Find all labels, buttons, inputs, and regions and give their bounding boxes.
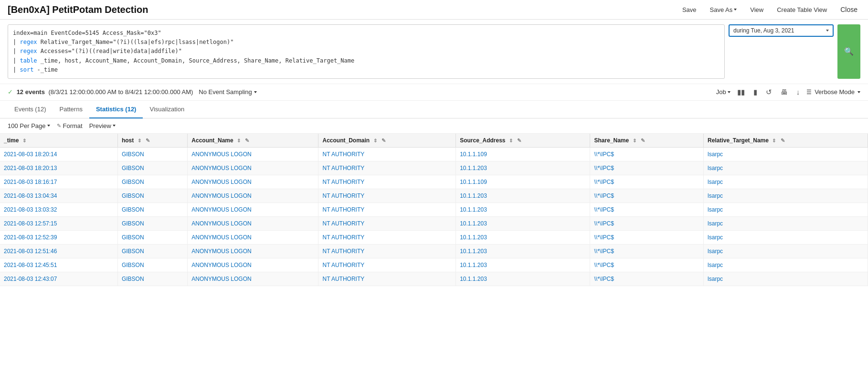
search-button[interactable]: 🔍 xyxy=(837,24,860,79)
job-button[interactable]: Job xyxy=(716,88,730,96)
cell-host[interactable]: GIBSON xyxy=(117,244,187,258)
cell--time[interactable]: 2021-08-03 13:03:32 xyxy=(0,203,117,216)
cell--time[interactable]: 2021-08-03 12:57:15 xyxy=(0,216,117,230)
edit-icon-account-name[interactable]: ✎ xyxy=(245,138,249,144)
cell-source-address[interactable]: 10.1.1.203 xyxy=(456,203,590,216)
cell-host[interactable]: GIBSON xyxy=(117,161,187,175)
cell-share-name[interactable]: \\*\IPC$ xyxy=(590,175,704,189)
cell-host[interactable]: GIBSON xyxy=(117,230,187,244)
cell-account-name[interactable]: ANONYMOUS LOGON xyxy=(188,203,318,216)
tab-events[interactable]: Events (12) xyxy=(8,101,53,118)
cell-relative-target-name[interactable]: lsarpc xyxy=(704,258,868,272)
pause-button[interactable]: ▮▮ xyxy=(735,87,747,97)
export-button[interactable]: ↓ xyxy=(794,87,802,97)
cell-source-address[interactable]: 10.1.1.203 xyxy=(456,272,590,286)
col-header-relative-target-name[interactable]: Relative_Target_Name ⇕ ✎ xyxy=(704,134,868,148)
cell-share-name[interactable]: \\*\IPC$ xyxy=(590,272,704,286)
cell-share-name[interactable]: \\*\IPC$ xyxy=(590,203,704,216)
cell-source-address[interactable]: 10.1.1.109 xyxy=(456,147,590,161)
event-sampling-button[interactable]: No Event Sampling xyxy=(199,88,256,96)
cell-relative-target-name[interactable]: lsarpc xyxy=(704,203,868,216)
edit-icon-source-address[interactable]: ✎ xyxy=(517,138,521,144)
cell-relative-target-name[interactable]: lsarpc xyxy=(704,244,868,258)
cell-account-name[interactable]: ANONYMOUS LOGON xyxy=(188,161,318,175)
cell-account-name[interactable]: ANONYMOUS LOGON xyxy=(188,244,318,258)
col-header-account-name[interactable]: Account_Name ⇕ ✎ xyxy=(188,134,318,148)
preview-button[interactable]: Preview xyxy=(89,122,116,129)
cell-account-domain[interactable]: NT AUTHORITY xyxy=(318,189,456,203)
col-header-account-domain[interactable]: Account_Domain ⇕ ✎ xyxy=(318,134,456,148)
cell-relative-target-name[interactable]: lsarpc xyxy=(704,161,868,175)
cell-account-name[interactable]: ANONYMOUS LOGON xyxy=(188,230,318,244)
per-page-button[interactable]: 100 Per Page xyxy=(8,122,50,129)
cell-account-domain[interactable]: NT AUTHORITY xyxy=(318,272,456,286)
cell-account-domain[interactable]: NT AUTHORITY xyxy=(318,175,456,189)
edit-icon-relative-target-name[interactable]: ✎ xyxy=(781,138,785,144)
cell-share-name[interactable]: \\*\IPC$ xyxy=(590,147,704,161)
cell-source-address[interactable]: 10.1.1.203 xyxy=(456,244,590,258)
tab-statistics[interactable]: Statistics (12) xyxy=(89,101,143,118)
cell-account-name[interactable]: ANONYMOUS LOGON xyxy=(188,258,318,272)
cell-account-name[interactable]: ANONYMOUS LOGON xyxy=(188,216,318,230)
edit-icon-host[interactable]: ✎ xyxy=(146,138,150,144)
print-button[interactable]: 🖶 xyxy=(779,87,790,97)
cell-relative-target-name[interactable]: lsarpc xyxy=(704,147,868,161)
cell-account-domain[interactable]: NT AUTHORITY xyxy=(318,161,456,175)
cell-account-domain[interactable]: NT AUTHORITY xyxy=(318,244,456,258)
cell-account-name[interactable]: ANONYMOUS LOGON xyxy=(188,272,318,286)
col-header-source-address[interactable]: Source_Address ⇕ ✎ xyxy=(456,134,590,148)
time-picker[interactable]: during Tue, Aug 3, 2021 xyxy=(729,24,834,37)
forward-button[interactable]: ↺ xyxy=(764,87,774,97)
format-button[interactable]: ✎ Format xyxy=(57,122,83,129)
cell--time[interactable]: 2021-08-03 18:16:17 xyxy=(0,175,117,189)
cell-host[interactable]: GIBSON xyxy=(117,189,187,203)
cell--time[interactable]: 2021-08-03 12:45:51 xyxy=(0,258,117,272)
cell--time[interactable]: 2021-08-03 18:20:14 xyxy=(0,147,117,161)
edit-icon-share-name[interactable]: ✎ xyxy=(641,138,645,144)
save-button[interactable]: Save xyxy=(679,4,699,15)
col-header-host[interactable]: host ⇕ ✎ xyxy=(117,134,187,148)
cell-account-name[interactable]: ANONYMOUS LOGON xyxy=(188,147,318,161)
col-header-time[interactable]: _time ⇕ xyxy=(0,134,117,148)
close-button[interactable]: Close xyxy=(837,4,860,15)
cell-relative-target-name[interactable]: lsarpc xyxy=(704,230,868,244)
cell-host[interactable]: GIBSON xyxy=(117,147,187,161)
cell-relative-target-name[interactable]: lsarpc xyxy=(704,272,868,286)
verbose-mode-button[interactable]: ☰ Verbose Mode xyxy=(806,88,860,96)
cell-source-address[interactable]: 10.1.1.203 xyxy=(456,258,590,272)
save-as-button[interactable]: Save As xyxy=(707,4,740,15)
cell-account-domain[interactable]: NT AUTHORITY xyxy=(318,216,456,230)
col-header-share-name[interactable]: Share_Name ⇕ ✎ xyxy=(590,134,704,148)
edit-icon-account-domain[interactable]: ✎ xyxy=(381,138,386,144)
cell-source-address[interactable]: 10.1.1.203 xyxy=(456,230,590,244)
cell-account-domain[interactable]: NT AUTHORITY xyxy=(318,203,456,216)
stop-button[interactable]: ▮ xyxy=(752,87,759,97)
cell-relative-target-name[interactable]: lsarpc xyxy=(704,175,868,189)
view-button[interactable]: View xyxy=(747,4,766,15)
cell-account-domain[interactable]: NT AUTHORITY xyxy=(318,230,456,244)
cell-source-address[interactable]: 10.1.1.203 xyxy=(456,161,590,175)
cell-host[interactable]: GIBSON xyxy=(117,203,187,216)
cell-host[interactable]: GIBSON xyxy=(117,175,187,189)
cell-share-name[interactable]: \\*\IPC$ xyxy=(590,230,704,244)
cell--time[interactable]: 2021-08-03 12:52:39 xyxy=(0,230,117,244)
cell-source-address[interactable]: 10.1.1.203 xyxy=(456,216,590,230)
tab-visualization[interactable]: Visualization xyxy=(143,101,191,118)
tab-patterns[interactable]: Patterns xyxy=(53,101,89,118)
cell-share-name[interactable]: \\*\IPC$ xyxy=(590,258,704,272)
cell-share-name[interactable]: \\*\IPC$ xyxy=(590,216,704,230)
cell--time[interactable]: 2021-08-03 12:43:07 xyxy=(0,272,117,286)
query-box[interactable]: index=main EventCode=5145 Access_Mask="0… xyxy=(8,24,725,79)
cell--time[interactable]: 2021-08-03 12:51:46 xyxy=(0,244,117,258)
cell-account-domain[interactable]: NT AUTHORITY xyxy=(318,147,456,161)
cell--time[interactable]: 2021-08-03 13:04:34 xyxy=(0,189,117,203)
cell-share-name[interactable]: \\*\IPC$ xyxy=(590,161,704,175)
cell-relative-target-name[interactable]: lsarpc xyxy=(704,189,868,203)
cell-share-name[interactable]: \\*\IPC$ xyxy=(590,189,704,203)
cell-relative-target-name[interactable]: lsarpc xyxy=(704,216,868,230)
cell-account-name[interactable]: ANONYMOUS LOGON xyxy=(188,175,318,189)
cell-account-domain[interactable]: NT AUTHORITY xyxy=(318,258,456,272)
cell-source-address[interactable]: 10.1.1.109 xyxy=(456,175,590,189)
cell-host[interactable]: GIBSON xyxy=(117,216,187,230)
cell-account-name[interactable]: ANONYMOUS LOGON xyxy=(188,189,318,203)
